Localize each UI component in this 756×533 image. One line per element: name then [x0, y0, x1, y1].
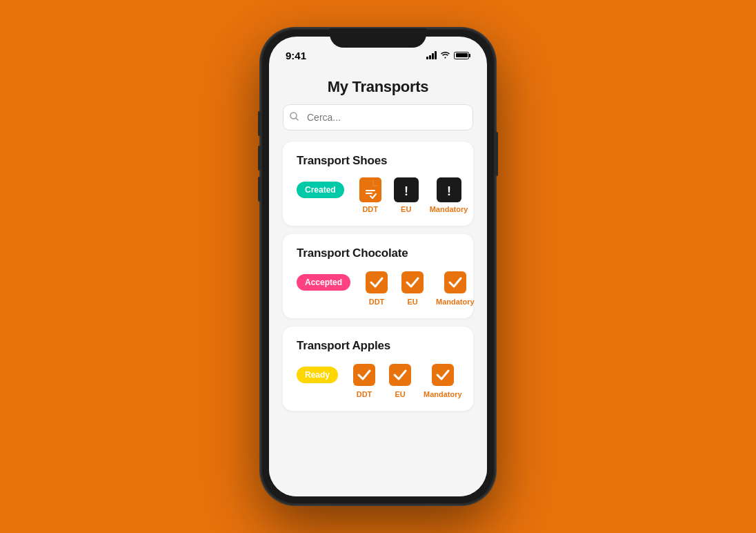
transport-apples-docs: DDT EU — [352, 362, 462, 398]
doc-eu-apples[interactable]: EU — [388, 362, 412, 398]
transport-chocolate-row: Accepted DDT — [297, 270, 459, 306]
doc-ddt-shoes-label: DDT — [362, 205, 378, 213]
doc-ddt-chocolate[interactable]: DDT — [364, 270, 389, 306]
doc-ddt-chocolate-label: DDT — [369, 298, 385, 306]
status-icons — [426, 50, 470, 60]
doc-mandatory-chocolate-icon — [443, 270, 468, 295]
doc-eu-shoes-icon: ! — [394, 177, 419, 202]
transport-chocolate-status: Accepted — [297, 274, 350, 291]
doc-ddt-chocolate-icon — [364, 270, 389, 295]
page-title: My Transports — [269, 67, 487, 104]
doc-mandatory-chocolate[interactable]: Mandatory — [436, 270, 475, 306]
wifi-icon — [440, 50, 450, 60]
doc-ddt-apples[interactable]: DDT — [352, 362, 377, 398]
search-input[interactable] — [283, 104, 473, 130]
transport-chocolate-card[interactable]: Transport Chocolate Accepted — [283, 234, 473, 318]
search-bar[interactable] — [283, 104, 473, 130]
doc-mandatory-apples[interactable]: Mandatory — [424, 362, 462, 398]
doc-eu-chocolate-label: EU — [407, 298, 417, 306]
svg-rect-12 — [432, 364, 454, 386]
doc-eu-shoes[interactable]: ! EU — [394, 177, 419, 213]
signal-bars-icon — [426, 51, 437, 59]
transport-apples-row: Ready DDT — [297, 362, 459, 398]
doc-mandatory-shoes-label: Mandatory — [430, 205, 468, 213]
svg-text:!: ! — [447, 184, 451, 198]
doc-ddt-shoes-icon — [358, 177, 383, 202]
transport-shoes-card[interactable]: Transport Shoes Created — [283, 142, 473, 226]
svg-text:!: ! — [404, 184, 408, 198]
transport-chocolate-title: Transport Chocolate — [297, 246, 459, 260]
transport-chocolate-docs: DDT EU — [364, 270, 475, 306]
transport-shoes-status: Created — [297, 182, 344, 198]
doc-mandatory-apples-icon — [430, 362, 455, 387]
svg-rect-11 — [389, 364, 411, 386]
phone-frame: 9:41 — [261, 28, 495, 505]
doc-eu-apples-label: EU — [395, 390, 405, 398]
doc-mandatory-shoes-icon: ! — [437, 177, 461, 202]
transport-shoes-title: Transport Shoes — [297, 154, 459, 168]
transport-shoes-docs: DDT ! EU — [358, 177, 468, 213]
screen-content[interactable]: My Transports Transport Shoes Created — [269, 67, 487, 496]
search-icon — [290, 112, 299, 123]
doc-eu-shoes-label: EU — [401, 205, 411, 213]
notch — [330, 28, 426, 48]
doc-eu-apples-icon — [388, 362, 412, 387]
svg-rect-2 — [373, 180, 379, 186]
svg-rect-8 — [401, 271, 424, 293]
transport-shoes-row: Created — [297, 177, 459, 213]
doc-mandatory-chocolate-label: Mandatory — [436, 298, 475, 306]
doc-eu-chocolate-icon — [400, 270, 425, 295]
svg-rect-9 — [444, 271, 466, 293]
battery-icon — [454, 52, 470, 59]
status-time: 9:41 — [286, 50, 306, 61]
doc-mandatory-apples-label: Mandatory — [424, 390, 462, 398]
doc-mandatory-shoes[interactable]: ! Mandatory — [430, 177, 468, 213]
doc-ddt-apples-icon — [352, 362, 377, 387]
phone-screen: 9:41 — [269, 37, 487, 496]
phone-wrapper: 9:41 — [261, 28, 495, 505]
doc-eu-chocolate[interactable]: EU — [400, 270, 425, 306]
transport-apples-status: Ready — [297, 367, 338, 383]
svg-rect-10 — [353, 364, 375, 386]
doc-ddt-apples-label: DDT — [357, 390, 372, 398]
transport-apples-title: Transport Apples — [297, 339, 459, 353]
svg-rect-7 — [366, 271, 388, 293]
transport-apples-card[interactable]: Transport Apples Ready — [283, 327, 473, 411]
doc-ddt-shoes[interactable]: DDT — [358, 177, 383, 213]
